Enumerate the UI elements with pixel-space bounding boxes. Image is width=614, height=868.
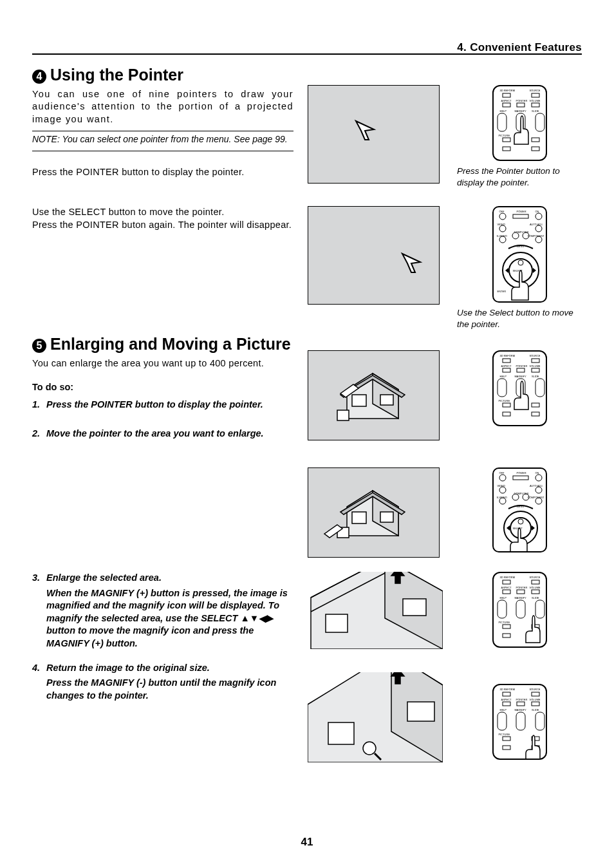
remote-label: VIDEO bbox=[498, 223, 505, 226]
svg-rect-89 bbox=[498, 712, 507, 730]
svg-rect-50 bbox=[513, 476, 528, 480]
svg-rect-68 bbox=[328, 722, 354, 744]
svg-rect-46 bbox=[503, 412, 510, 416]
note-rule-bottom bbox=[32, 151, 293, 151]
svg-rect-7 bbox=[535, 113, 544, 131]
remote-label: 3D REFORM bbox=[500, 89, 516, 92]
remote-label: ASPECT bbox=[501, 586, 512, 589]
remote-label: MENU bbox=[517, 245, 525, 248]
remote-label: ASPECT bbox=[501, 364, 512, 368]
svg-rect-69 bbox=[407, 702, 434, 721]
svg-rect-87 bbox=[517, 702, 525, 706]
remote-label: 3D REFORM bbox=[500, 576, 516, 579]
svg-rect-4 bbox=[532, 103, 539, 107]
step-item: 4. Return the image to the original size… bbox=[32, 662, 293, 703]
svg-point-48 bbox=[499, 475, 506, 481]
svg-rect-44 bbox=[503, 403, 510, 407]
remote-label: AUTO ADJ. bbox=[530, 223, 543, 226]
svg-rect-75 bbox=[517, 590, 525, 594]
section-number-badge: 5 bbox=[32, 339, 46, 353]
remote-figure-2: OFF ON POWER VIDEO AUTO ADJ. COMPUTER S-… bbox=[492, 206, 547, 303]
svg-point-13 bbox=[535, 213, 542, 220]
svg-rect-34 bbox=[380, 512, 393, 522]
svg-point-12 bbox=[499, 213, 506, 220]
remote-label: VIDEO bbox=[498, 484, 505, 487]
step-item: 2.Move the pointer to the area you want … bbox=[32, 428, 293, 440]
svg-rect-5 bbox=[498, 113, 507, 131]
remote-label: POINTER bbox=[516, 586, 528, 589]
remote-label: MAGNIFY bbox=[515, 596, 526, 599]
svg-rect-27 bbox=[352, 395, 366, 406]
svg-rect-29 bbox=[337, 410, 349, 420]
remote-label: OFF bbox=[499, 471, 505, 475]
hand-icon bbox=[526, 616, 540, 643]
remote-label: ON bbox=[535, 471, 539, 475]
svg-point-49 bbox=[535, 475, 542, 481]
svg-rect-14 bbox=[513, 214, 528, 218]
svg-rect-40 bbox=[532, 368, 539, 372]
svg-rect-10 bbox=[503, 147, 510, 151]
remote-label: VOLUME bbox=[530, 99, 541, 102]
house-figure-2 bbox=[308, 467, 440, 558]
remote-label: POINTER bbox=[516, 698, 528, 701]
remote-label: ON bbox=[535, 210, 539, 213]
remote-label: PICTURE bbox=[499, 399, 510, 402]
remote-label: MENU bbox=[517, 505, 525, 508]
remote-label: AUTO ADJ. bbox=[530, 484, 543, 487]
section-5-heading: 5Enlarging and Moving a Picture bbox=[32, 335, 293, 354]
step-item: 3. Enlarge the selected area. When the M… bbox=[32, 572, 293, 650]
svg-point-52 bbox=[535, 487, 542, 493]
magnified-house-figure-2 bbox=[308, 672, 443, 762]
projection-screen-figure-1 bbox=[308, 85, 440, 184]
remote-label: HELP bbox=[500, 596, 507, 599]
svg-rect-8 bbox=[503, 138, 510, 142]
svg-rect-43 bbox=[535, 379, 544, 397]
svg-rect-90 bbox=[516, 712, 525, 730]
remote-figure-6: 3D REFORM SOURCE ASPECT POINTER VOLUME H… bbox=[492, 684, 547, 760]
step-3-text: Enlarge the selected area. bbox=[46, 572, 162, 583]
svg-rect-78 bbox=[516, 600, 525, 618]
remote-label: PICTURE bbox=[499, 134, 510, 137]
svg-rect-1 bbox=[532, 93, 539, 97]
section-5-intro: You can enlarge the area you want up to … bbox=[32, 357, 293, 370]
remote-label: SOURCE bbox=[529, 89, 540, 92]
remote-label: SLIDE bbox=[532, 375, 539, 378]
remote-label: SLIDE bbox=[532, 596, 539, 599]
section-4-intro: You can use one of nine pointers to draw… bbox=[32, 88, 293, 126]
svg-rect-36 bbox=[503, 359, 510, 363]
remote-label: S-VIDEO bbox=[497, 496, 507, 499]
hand-icon bbox=[526, 735, 540, 760]
svg-rect-45 bbox=[532, 403, 539, 407]
svg-rect-9 bbox=[532, 138, 539, 142]
svg-rect-38 bbox=[503, 368, 510, 372]
remote-figure-1: 3D REFORM SOURCE ASPECT POINTER VOLUME H… bbox=[492, 85, 547, 161]
remote-label: OFF bbox=[499, 210, 505, 213]
svg-rect-2 bbox=[503, 103, 510, 107]
svg-rect-91 bbox=[535, 712, 544, 730]
svg-point-70 bbox=[363, 742, 376, 755]
svg-rect-41 bbox=[498, 379, 507, 397]
svg-rect-33 bbox=[352, 512, 366, 524]
section-5-title: Enlarging and Moving a Picture bbox=[50, 335, 291, 353]
remote-label: ASPECT bbox=[501, 698, 512, 701]
remote-label: S-VIDEO bbox=[497, 234, 507, 238]
step-2-text: Move the pointer to the area you want to… bbox=[46, 428, 264, 439]
svg-rect-0 bbox=[503, 93, 510, 97]
remote-label: SELECT bbox=[513, 527, 523, 530]
remote-label: VOLUME bbox=[530, 586, 541, 589]
remote-label: HELP bbox=[500, 109, 507, 113]
svg-rect-72 bbox=[503, 580, 510, 584]
magnified-house-figure-1 bbox=[308, 572, 443, 649]
remote-label: COMPUTER bbox=[514, 231, 529, 234]
remote-label: SLIDE bbox=[532, 708, 539, 712]
remote-label: 3D REFORM bbox=[500, 688, 516, 691]
remote-label: POWER bbox=[517, 471, 526, 475]
house-drawing bbox=[308, 351, 439, 440]
svg-point-51 bbox=[499, 487, 506, 493]
remote-label: VOLUME bbox=[530, 698, 541, 701]
projection-screen-figure-2 bbox=[308, 206, 440, 305]
svg-rect-84 bbox=[503, 692, 510, 696]
svg-rect-74 bbox=[503, 590, 510, 594]
pointer-arrow-icon bbox=[352, 118, 378, 144]
remote-label: MAGNIFY bbox=[515, 708, 526, 712]
